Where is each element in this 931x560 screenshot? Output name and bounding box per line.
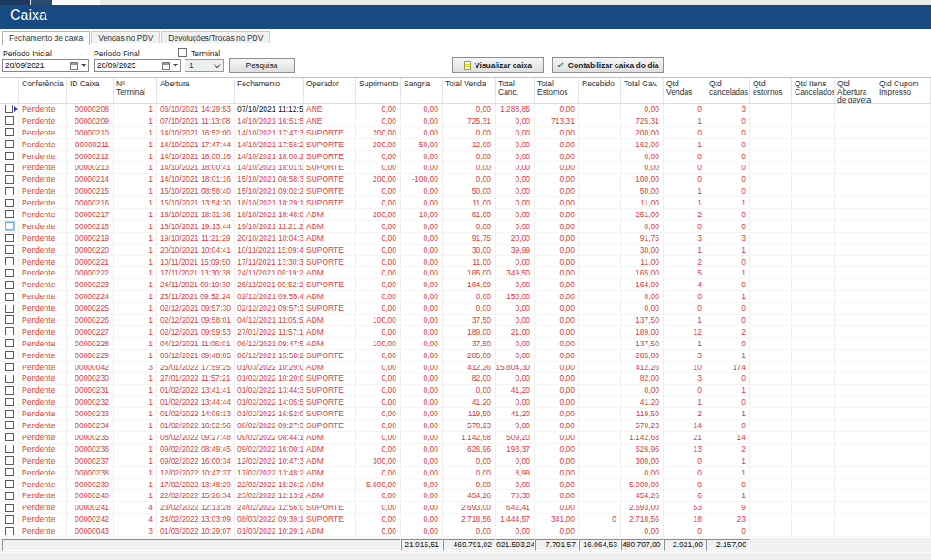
grid-cell[interactable]: 189,00 [621, 326, 664, 337]
grid-cell[interactable]: 01/02/2022 13:41:41 [157, 385, 235, 395]
grid-cell[interactable] [792, 326, 835, 337]
row-checkbox[interactable] [5, 456, 14, 465]
grid-cell[interactable]: 1 [114, 279, 157, 290]
grid-cell[interactable]: 0,00 [443, 127, 496, 138]
row-checkbox[interactable] [5, 445, 14, 453]
grid-cell[interactable] [876, 139, 931, 150]
grid-cell[interactable]: 0,00 [356, 362, 401, 373]
grid-cell[interactable]: 626,96 [621, 444, 664, 455]
row-checkbox[interactable] [5, 257, 14, 265]
grid-cell[interactable] [792, 174, 835, 185]
grid-cell[interactable]: 1 [706, 385, 750, 395]
table-row[interactable]: Pendente00000239117/02/2022 13:48:2922/0… [0, 479, 931, 491]
grid-cell[interactable]: 0,00 [356, 185, 401, 196]
row-selector-cell[interactable] [3, 127, 19, 138]
table-row[interactable]: Pendente00000236109/02/2022 08:49:4509/0… [0, 444, 931, 455]
grid-cell[interactable]: 0,00 [535, 221, 579, 232]
grid-cell[interactable]: 0,00 [535, 525, 579, 536]
row-checkbox[interactable] [5, 105, 13, 113]
grid-cell[interactable]: 0,00 [535, 420, 579, 431]
grid-cell[interactable]: 1 [114, 233, 157, 244]
grid-cell[interactable]: 200,00 [621, 127, 664, 138]
grid-cell[interactable]: Pendente [19, 338, 67, 349]
grid-cell[interactable] [792, 267, 835, 278]
row-checkbox[interactable] [5, 433, 14, 441]
grid-cell[interactable]: SUPORTE [304, 385, 356, 395]
grid-cell[interactable]: 0,00 [356, 303, 401, 314]
grid-cell[interactable] [750, 197, 792, 208]
grid-cell[interactable]: 1 [664, 396, 706, 407]
grid-cell[interactable]: 1 [114, 479, 157, 490]
grid-cell[interactable]: ADM [304, 326, 356, 337]
grid-cell[interactable]: 0 [706, 185, 750, 196]
grid-cell[interactable]: 4 [664, 279, 706, 290]
grid-cell[interactable]: 0,00 [443, 455, 496, 466]
grid-cell[interactable]: 0,00 [401, 291, 443, 302]
grid-cell[interactable] [792, 315, 835, 325]
grid-cell[interactable] [835, 525, 876, 536]
row-selector-cell[interactable] [3, 432, 19, 443]
grid-cell[interactable] [579, 245, 621, 255]
grid-cell[interactable] [750, 408, 792, 419]
grid-cell[interactable]: 0 [706, 396, 750, 407]
grid-cell[interactable]: 1.142,68 [621, 432, 664, 443]
row-selector-cell[interactable] [3, 279, 19, 290]
grid-cell[interactable] [750, 267, 792, 278]
grid-cell[interactable]: ADM [304, 525, 356, 536]
row-checkbox[interactable] [5, 234, 14, 242]
grid-cell[interactable]: 12,00 [443, 139, 496, 150]
grid-cell[interactable]: 1 [664, 185, 706, 196]
grid-cell[interactable]: 08/03/2022 09:39:16 [235, 514, 304, 525]
grid-cell[interactable]: 10 [664, 362, 706, 373]
table-row[interactable]: Pendente00000210114/10/2021 16:52:0014/1… [0, 127, 931, 139]
grid-cell[interactable]: 1 [706, 267, 750, 278]
grid-cell[interactable]: 06/12/2021 09:48:05 [157, 350, 235, 361]
grid-cell[interactable]: 0,00 [401, 115, 443, 126]
row-checkbox[interactable] [5, 164, 14, 172]
grid-cell[interactable]: 0,00 [401, 326, 443, 337]
grid-cell[interactable]: ADM [304, 221, 356, 232]
grid-cell[interactable]: 509,20 [496, 432, 535, 443]
grid-cell[interactable]: 06/10/2021 14:29:53 [157, 104, 235, 115]
row-selector-cell[interactable] [3, 185, 19, 196]
grid-cell[interactable]: 189,00 [443, 326, 496, 337]
grid-cell[interactable]: 0,00 [535, 197, 579, 208]
grid-cell[interactable]: 1 [706, 490, 750, 501]
grid-cell[interactable]: 0,00 [535, 209, 579, 220]
grid-cell[interactable]: SUPORTE [304, 174, 356, 185]
row-checkbox[interactable] [5, 315, 14, 324]
grid-cell[interactable]: 725,31 [621, 115, 664, 126]
grid-cell[interactable] [579, 396, 621, 407]
grid-cell[interactable]: 0 [706, 115, 750, 126]
grid-cell[interactable]: 0,00 [535, 444, 579, 455]
grid-cell[interactable] [876, 420, 931, 431]
grid-cell[interactable] [835, 362, 876, 373]
grid-cell[interactable]: 1 [114, 396, 157, 407]
grid-cell[interactable]: 0,00 [356, 233, 401, 244]
grid-cell[interactable] [876, 326, 931, 337]
column-header-n-terminal[interactable]: Nº Terminal [114, 78, 157, 103]
grid-cell[interactable]: 0,00 [535, 104, 579, 115]
table-row[interactable]: Pendente00000238112/02/2022 10:47:3717/0… [0, 467, 931, 479]
grid-cell[interactable]: 0,00 [356, 467, 401, 478]
grid-cell[interactable] [792, 291, 835, 302]
grid-cell[interactable]: 0,00 [535, 256, 579, 267]
grid-cell[interactable]: 0,00 [356, 408, 401, 419]
grid-cell[interactable]: 0,00 [535, 455, 579, 466]
grid-cell[interactable]: 2.718,56 [443, 514, 496, 525]
grid-cell[interactable] [835, 104, 876, 115]
row-checkbox[interactable] [5, 199, 14, 207]
grid-cell[interactable]: 0 [664, 162, 706, 173]
grid-cell[interactable]: 713,31 [535, 115, 579, 126]
grid-cell[interactable] [835, 174, 876, 185]
grid-cell[interactable]: 0,00 [401, 315, 443, 325]
grid-cell[interactable]: 1 [706, 350, 750, 361]
row-selector-cell[interactable] [3, 373, 19, 384]
grid-cell[interactable]: 0 [706, 256, 750, 267]
grid-cell[interactable] [750, 350, 792, 361]
grid-cell[interactable]: 0,00 [401, 197, 443, 208]
grid-cell[interactable] [876, 233, 931, 244]
grid-cell[interactable] [750, 444, 792, 455]
calendar-icon[interactable] [70, 62, 78, 70]
grid-cell[interactable] [876, 338, 931, 349]
